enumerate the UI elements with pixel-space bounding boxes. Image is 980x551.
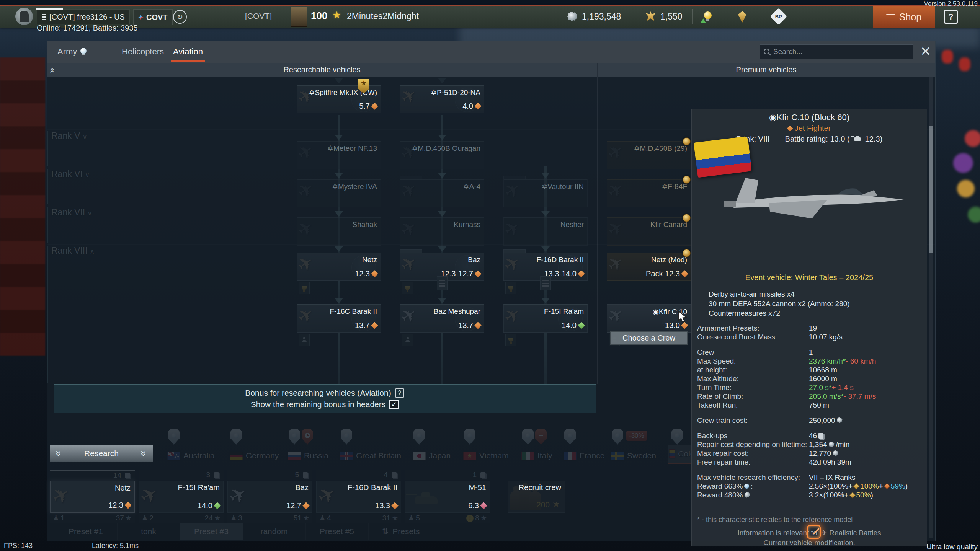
br-diamond-icon	[681, 270, 688, 277]
vehicle-class: Jet Fighter	[692, 124, 927, 133]
weapon-line: 30 mm DEFA 552A cannon x2 (Ammo: 280)	[709, 299, 850, 308]
stats-group: Crew train cost:250,000	[697, 416, 922, 425]
silver-lions-counter[interactable]: 1,193,548	[566, 11, 621, 22]
vehicle-title: ◉Kfir C.10 (Block 60)	[692, 112, 927, 122]
bulb-icon	[80, 48, 87, 55]
stat-row: Max repair cost:12,770	[697, 449, 922, 458]
class-diamond-icon	[787, 126, 793, 132]
background-ornament	[968, 207, 980, 223]
br-diamond-icon	[371, 103, 378, 109]
golden-eagles-icon	[645, 11, 656, 22]
scrollbar[interactable]	[929, 77, 933, 538]
battle-rating: 6.3	[468, 501, 486, 510]
stat-row: Rate of Climb:205.0 m/s* - 37.7 m/s	[697, 392, 922, 401]
divider	[279, 9, 279, 24]
tab-aviation[interactable]: Aviation	[173, 41, 203, 63]
br-diamond-icon	[474, 270, 481, 277]
shop-button[interactable]: Shop	[873, 6, 935, 28]
bonus-text: Bonus for researching vehicles (Aviation…	[245, 388, 391, 398]
mouse-cursor	[678, 311, 688, 323]
vehicle-name: ✡Meteor NF.13	[327, 144, 377, 153]
background-crane	[0, 57, 45, 356]
search-input[interactable]	[760, 44, 913, 59]
researchable-header: Researchable vehicles	[47, 63, 597, 77]
wager-star-icon: ★	[332, 9, 341, 21]
stat-row: Reward 480%:3.2×(100%+50%)	[697, 491, 922, 499]
replay-glyph: ↻	[177, 13, 183, 21]
stats-group: Back-ups46Repair cost depending on lifet…	[697, 431, 922, 466]
battle-rating: 14.0	[198, 501, 220, 510]
golden-eagles-counter[interactable]: 1,550	[644, 11, 683, 22]
br-diamond-icon	[480, 502, 487, 509]
online-status: Online: 174291, Battles: 3935	[37, 24, 138, 33]
stat-row: Back-ups46	[697, 431, 922, 440]
vehicle-name: F-15I Ra'am	[544, 307, 584, 316]
weapon-list: Derby air-to-air missiles x430 mm DEFA 5…	[709, 289, 850, 318]
stat-row: Max vehicle research efficiency:VII – IX…	[697, 473, 922, 482]
br-diamond-icon	[214, 502, 220, 509]
battle-rating: 12.7	[286, 501, 309, 510]
shop-label: Shop	[899, 11, 921, 23]
squadron-tag: [COVT]	[245, 11, 272, 21]
vehicle-name: ✡A-4	[463, 182, 481, 191]
quality-label: Ultra low quality	[926, 543, 978, 551]
battle-pass-icon[interactable]: BP	[770, 8, 787, 25]
research-dropdown-button[interactable]: » Research »	[50, 445, 153, 462]
chat-edit-icon[interactable]	[807, 525, 821, 539]
lion-icon	[829, 442, 835, 447]
top-strip	[0, 0, 980, 5]
spectate-icon[interactable]: ↻	[173, 10, 187, 24]
vehicle-name: Netz (Mod)	[651, 256, 687, 264]
battle-rating: 13.7	[458, 321, 480, 330]
vehicle-name: Baz	[296, 483, 309, 492]
avatar[interactable]	[15, 8, 33, 25]
vehicle-name: F-16D Barak II	[348, 483, 397, 492]
wager-portrait[interactable]	[291, 7, 307, 27]
backup-icon	[818, 433, 823, 439]
background-ornament	[957, 180, 975, 197]
header-label: Researchable vehicles	[283, 65, 360, 74]
vehicle-image	[712, 155, 911, 243]
vehicle-name: Netz	[115, 484, 131, 492]
br-diamond-icon	[578, 270, 585, 277]
battle-rating: 12.3	[108, 501, 131, 510]
tab-helicopters[interactable]: Helicopters	[122, 41, 164, 63]
bonus-checkbox-label: Show the remaining bonus in headers	[251, 400, 386, 409]
br-diamond-icon	[681, 322, 688, 329]
vehicle-name: F-16D Barak II	[536, 256, 584, 264]
talisman-icon[interactable]	[738, 11, 746, 23]
chevron-glyph: »	[46, 68, 57, 73]
stat-row: Repair cost depending on lifetime:1,354/…	[697, 440, 922, 449]
lion-icon	[744, 492, 750, 498]
clan-icon	[138, 15, 144, 20]
stats-group: Max vehicle research efficiency:VII – IX…	[697, 473, 922, 499]
golden-eagles-value: 1,550	[660, 11, 683, 22]
stat-row: Crew1	[697, 348, 922, 357]
player-card-button[interactable]: [COVT] free3126 - US	[37, 9, 130, 24]
battle-rating: 13.7	[355, 321, 377, 330]
header-label: Premium vehicles	[736, 65, 797, 74]
battle-rating: 12.3	[355, 269, 377, 278]
bonus-checkbox[interactable]: ✓	[389, 400, 399, 409]
bonus-help-icon[interactable]: ?	[395, 388, 404, 398]
clan-badge-button[interactable]: COVT	[133, 9, 173, 25]
help-button[interactable]: ?	[944, 10, 958, 24]
tab-label: Helicopters	[122, 47, 164, 57]
vehicle-name: Kfir Canard	[650, 220, 687, 229]
collapse-tree-icon[interactable]: »	[46, 68, 57, 73]
close-button[interactable]: ✕	[918, 44, 933, 59]
active-tab-underline	[171, 60, 205, 62]
premium-header: Premium vehicles	[598, 63, 935, 77]
vehicle-name: Nesher	[560, 220, 584, 229]
scrollbar-thumb[interactable]	[929, 126, 933, 253]
chevron-down-icon: »	[139, 451, 149, 456]
stat-row: Turn Time:27.0 s* + 1.4 s	[697, 383, 922, 392]
premium-marker-icon: ◉	[769, 112, 776, 122]
battle-rating: Pack 12.3	[646, 269, 687, 278]
divider	[692, 9, 693, 24]
choose-crew-tooltip: Choose a Crew	[610, 331, 688, 345]
talisman-icon	[849, 492, 856, 498]
premium-medal-icon	[683, 137, 691, 145]
research-points-icon[interactable]	[704, 11, 712, 21]
tab-army[interactable]: Army	[57, 41, 87, 63]
